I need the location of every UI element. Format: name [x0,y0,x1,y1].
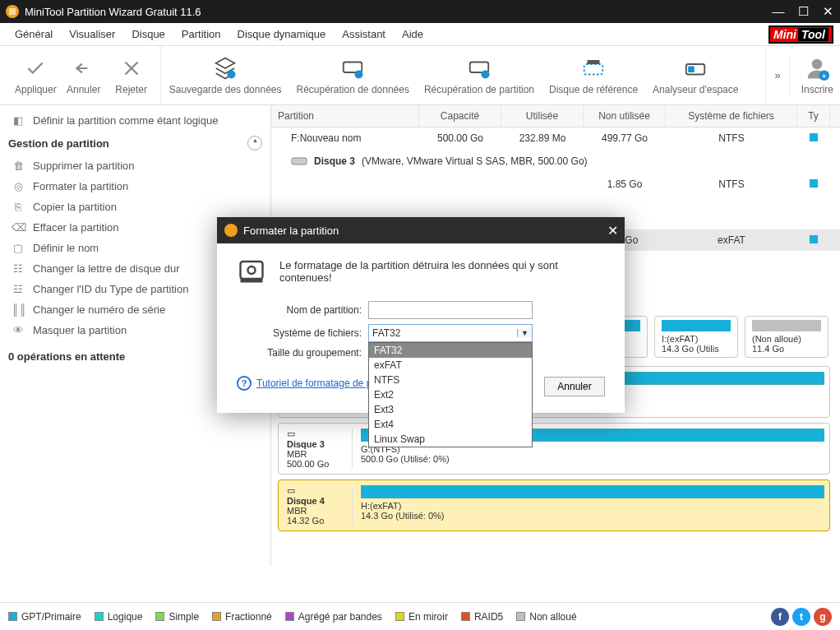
subscribe-button[interactable]: +Inscrire [789,56,833,95]
copy-partition-button[interactable]: ⎘Copier la partition [8,197,262,217]
label-partition-name: Nom de partition: [237,304,368,316]
fs-option-ext4[interactable]: Ext4 [369,417,532,432]
disk-block[interactable]: ▭Disque 3MBR500.00 Go G:(NTFS)500.0 Go (… [278,423,830,475]
legend-bar: GPT/Primaire Logique Simple Fractionné A… [0,602,840,630]
svg-rect-8 [588,60,600,64]
window-title: MiniTool Partition Wizard Gratuit 11.6 [25,6,771,18]
fs-option-ext2[interactable]: Ext2 [369,387,532,402]
menu-general[interactable]: Général [7,25,61,44]
usb-drive-icon: ▭ [287,485,295,495]
legend-item: Simple [155,611,199,623]
menu-view[interactable]: Visualiser [61,25,123,44]
collapse-icon[interactable]: ˄ [247,136,262,151]
table-row[interactable]: F:Nouveau nom500.00 Go232.89 Mo499.77 Go… [271,127,840,149]
svg-rect-7 [584,64,603,75]
col-capacity[interactable]: Capacité [419,105,501,127]
id-icon: ☳ [12,283,25,295]
letter-icon: ☷ [12,262,25,275]
section-partition-mgmt: Gestion de partition˄ [8,131,262,155]
partition-card-unallocated[interactable]: (Non alloué)11.4 Go [745,316,828,358]
partition-card[interactable]: I:(exFAT)14.3 Go (Utilis [654,316,738,358]
drive-refresh-icon [340,56,365,81]
menubar: Général Visualiser Disque Partition Disq… [0,23,840,46]
app-icon [224,223,238,238]
delete-partition-button[interactable]: 🗑Supprimer la partition [8,155,262,176]
col-type[interactable]: Ty [797,105,830,127]
backup-icon [213,56,238,81]
legend-item: GPT/Primaire [8,611,81,623]
disk-header-row[interactable]: Disque 3(VMware, VMware Virtual S SAS, M… [271,149,840,174]
chevron-down-icon[interactable]: ▼ [517,329,532,337]
barcode-icon: ║║ [12,303,25,316]
undo-button[interactable]: Annuler [63,56,104,95]
fs-option-fat32[interactable]: FAT32 [369,343,532,358]
benchmark-icon [581,56,606,81]
svg-rect-18 [241,279,263,283]
legend-item: RAID5 [461,611,503,623]
data-recovery-button[interactable]: Récupération de données [296,56,408,95]
googleplus-icon[interactable]: g [814,608,832,626]
data-backup-button[interactable]: Sauvegarde des données [169,56,282,95]
menu-wizard[interactable]: Assistant [334,25,394,44]
label-icon: ▢ [12,242,25,254]
svg-rect-1 [9,8,16,15]
filesystem-value: FAT32 [369,327,517,339]
dialog-close-button[interactable]: ✕ [607,223,618,239]
svg-point-15 [224,224,238,237]
legend-item: En miroir [395,611,448,623]
partition-table-header: Partition Capacité Utilisée Non utilisée… [271,105,840,127]
space-icon [683,56,708,81]
discard-button[interactable]: Rejeter [111,56,152,95]
maximize-button[interactable]: ☐ [796,4,810,19]
menu-partition[interactable]: Partition [173,25,229,44]
warning-text: Le formatage de la partition détruira le… [279,259,605,284]
twitter-icon[interactable]: t [792,608,810,626]
close-button[interactable]: ✕ [820,4,835,19]
col-partition[interactable]: Partition [271,105,419,127]
format-partition-dialog: Formater la partition ✕ Le formatage de … [217,217,625,413]
menu-help[interactable]: Aide [394,25,432,44]
fs-option-ext3[interactable]: Ext3 [369,402,532,417]
svg-rect-16 [241,262,263,279]
toolbar: Appliquer Annuler Rejeter Sauvegarde des… [0,46,840,105]
toolbar-more-button[interactable]: » [766,69,788,81]
svg-point-6 [481,70,489,78]
label-filesystem: Système de fichiers: [237,327,368,339]
fs-option-linuxswap[interactable]: Linux Swap [369,432,532,447]
legend-item: Logique [95,611,143,623]
facebook-icon[interactable]: f [771,608,789,626]
space-analyzer-button[interactable]: Analyseur d'espace [653,56,738,95]
fs-option-ntfs[interactable]: NTFS [369,373,532,387]
partition-recovery-icon [467,56,492,81]
menu-dynamic-disk[interactable]: Disque dynamique [229,25,335,44]
apply-button[interactable]: Appliquer [15,56,57,95]
user-plus-icon: + [805,56,829,81]
cancel-button[interactable]: Annuler [544,377,605,396]
partition-name-input[interactable] [368,301,533,319]
svg-point-4 [355,70,363,78]
filesystem-dropdown: FAT32 exFAT NTFS Ext2 Ext3 Ext4 Linux Sw… [368,342,533,447]
col-free[interactable]: Non utilisée [584,105,666,127]
format-partition-button[interactable]: ◎Formater la partition [8,176,262,197]
set-logical-button[interactable]: ◧Définir la partition comme étant logiqu… [8,110,262,131]
fs-option-exfat[interactable]: exFAT [369,358,532,373]
menu-disk[interactable]: Disque [123,25,173,44]
disk-benchmark-button[interactable]: Disque de référence [549,56,638,95]
color-swatch [810,133,818,141]
copy-icon: ⎘ [12,201,25,213]
dialog-titlebar[interactable]: Formater la partition ✕ [217,217,625,243]
legend-item: Agrégé par bandes [285,611,382,623]
col-used[interactable]: Utilisée [501,105,584,127]
label-cluster: Taille du groupement: [237,347,368,359]
svg-point-11 [812,58,823,69]
color-swatch [810,235,818,243]
drive-warning-icon [237,257,266,286]
disk-block-selected[interactable]: ▭Disque 4MBR14.32 Go H:(exFAT)14.3 Go (U… [278,479,830,531]
table-row[interactable]: 1.85 GoNTFS [271,174,840,195]
svg-text:?: ? [242,378,247,388]
col-fs[interactable]: Système de fichiers [666,105,797,127]
minimize-button[interactable]: — [771,4,786,19]
partition-recovery-button[interactable]: Récupération de partition [424,56,534,95]
filesystem-combobox[interactable]: FAT32 ▼ FAT32 exFAT NTFS Ext2 Ext3 Ext4 … [368,324,533,342]
eraser-icon: ⌫ [12,221,25,234]
